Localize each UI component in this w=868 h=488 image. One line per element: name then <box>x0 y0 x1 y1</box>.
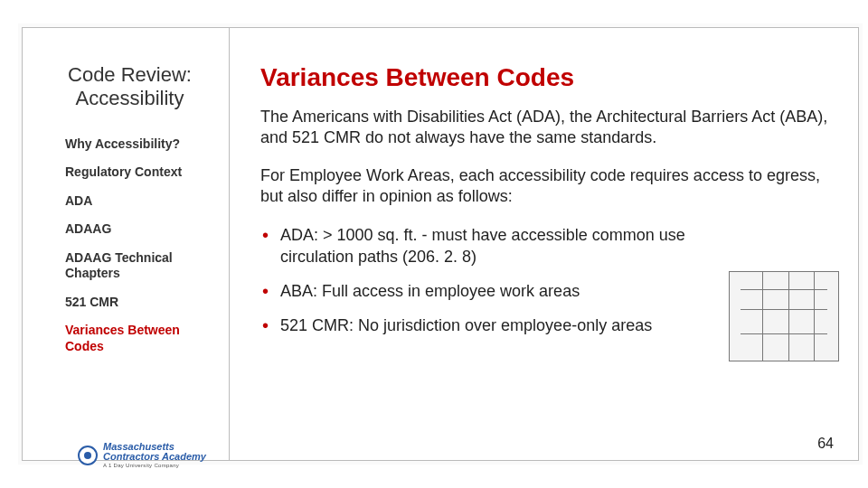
main-area: Variances Between Codes The Americans wi… <box>230 27 859 461</box>
page-number: 64 <box>817 436 834 452</box>
logo-text: Massachusetts Contractors Academy A 1 Da… <box>103 442 206 468</box>
sidebar-title-line1: Code Review: <box>68 63 192 86</box>
bullet-aba: ABA: Full access in employee work areas <box>260 280 696 302</box>
nav-item-variances-between-codes[interactable]: Variances Between Codes <box>65 323 212 354</box>
logo-badge-icon <box>78 446 98 465</box>
page-title: Variances Between Codes <box>260 63 832 92</box>
footer-logo: Massachusetts Contractors Academy A 1 Da… <box>78 442 206 468</box>
intro-paragraph-2: For Employee Work Areas, each accessibil… <box>260 165 832 208</box>
sidebar: Code Review: Accessibility Why Accessibi… <box>22 27 230 461</box>
bullet-ada: ADA: > 1000 sq. ft. - must have accessib… <box>260 224 696 268</box>
nav-item-521-cmr[interactable]: 521 CMR <box>65 295 212 311</box>
slide-content: Code Review: Accessibility Why Accessibi… <box>22 27 859 461</box>
sidebar-title: Code Review: Accessibility <box>47 63 212 111</box>
nav-item-adaag-technical-chapters[interactable]: ADAAG Technical Chapters <box>65 250 212 282</box>
logo-tagline: A 1 Day University Company <box>103 463 206 468</box>
sidebar-nav: Why Accessibility? Regulatory Context AD… <box>65 136 212 355</box>
slide: Code Review: Accessibility Why Accessibi… <box>0 0 868 488</box>
logo-badge-inner <box>84 452 91 459</box>
logo-line2: Contractors Academy <box>103 452 206 462</box>
nav-item-why-accessibility[interactable]: Why Accessibility? <box>65 136 212 153</box>
nav-item-regulatory-context[interactable]: Regulatory Context <box>65 164 212 181</box>
intro-paragraph-1: The Americans with Disabilities Act (ADA… <box>260 107 832 149</box>
nav-item-adaag[interactable]: ADAAG <box>65 221 212 238</box>
nav-item-ada[interactable]: ADA <box>65 193 212 210</box>
sidebar-title-line2: Accessibility <box>76 87 184 109</box>
floor-plan-thumbnail <box>729 271 839 361</box>
